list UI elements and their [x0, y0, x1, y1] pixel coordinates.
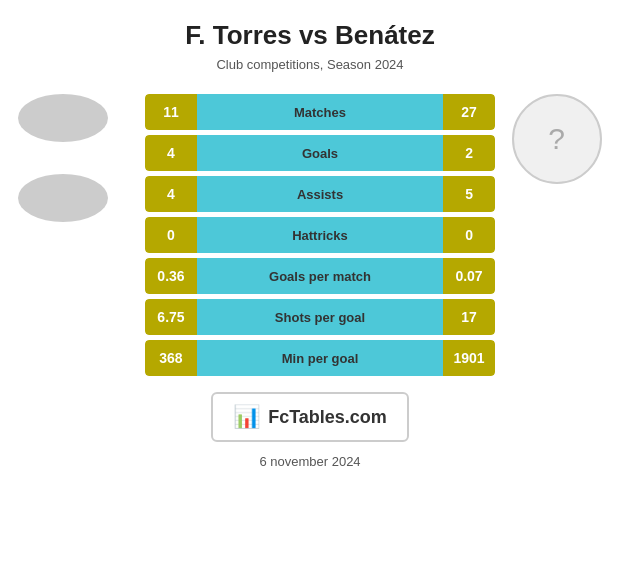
stat-right-value: 17: [443, 299, 495, 335]
stat-right-value: 27: [443, 94, 495, 130]
stats-rows: 11Matches274Goals24Assists50Hattricks00.…: [145, 94, 495, 376]
logo-icon: 📊: [233, 404, 260, 430]
stat-row: 6.75Shots per goal17: [145, 299, 495, 335]
stat-label: Shots per goal: [197, 299, 443, 335]
page-title: F. Torres vs Benátez: [185, 20, 435, 51]
stat-label: Matches: [197, 94, 443, 130]
logo-text: FcTables.com: [268, 407, 387, 428]
stat-right-value: 2: [443, 135, 495, 171]
page-subtitle: Club competitions, Season 2024: [216, 57, 403, 72]
right-player-avatar: ?: [503, 94, 610, 184]
page: F. Torres vs Benátez Club competitions, …: [0, 0, 620, 580]
right-player-circle: ?: [512, 94, 602, 184]
stat-row: 0Hattricks0: [145, 217, 495, 253]
stat-row: 0.36Goals per match0.07: [145, 258, 495, 294]
stat-label: Min per goal: [197, 340, 443, 376]
stat-left-value: 11: [145, 94, 197, 130]
stat-label: Goals: [197, 135, 443, 171]
stat-left-value: 6.75: [145, 299, 197, 335]
stat-right-value: 1901: [443, 340, 495, 376]
stat-right-value: 0: [443, 217, 495, 253]
left-player-oval-bottom: [18, 174, 108, 222]
stat-left-value: 4: [145, 135, 197, 171]
stat-left-value: 0: [145, 217, 197, 253]
stat-left-value: 0.36: [145, 258, 197, 294]
stat-label: Hattricks: [197, 217, 443, 253]
stat-row: 368Min per goal1901: [145, 340, 495, 376]
stat-right-value: 0.07: [443, 258, 495, 294]
stat-row: 11Matches27: [145, 94, 495, 130]
stat-left-value: 4: [145, 176, 197, 212]
stat-right-value: 5: [443, 176, 495, 212]
stat-row: 4Goals2: [145, 135, 495, 171]
left-player-oval-top: [18, 94, 108, 142]
main-content: 11Matches274Goals24Assists50Hattricks00.…: [10, 94, 610, 376]
date-label: 6 november 2024: [259, 454, 360, 469]
stat-label: Assists: [197, 176, 443, 212]
logo-area: 📊 FcTables.com: [211, 392, 409, 442]
stat-label: Goals per match: [197, 258, 443, 294]
stat-row: 4Assists5: [145, 176, 495, 212]
stat-left-value: 368: [145, 340, 197, 376]
left-player-avatar: [10, 94, 117, 222]
